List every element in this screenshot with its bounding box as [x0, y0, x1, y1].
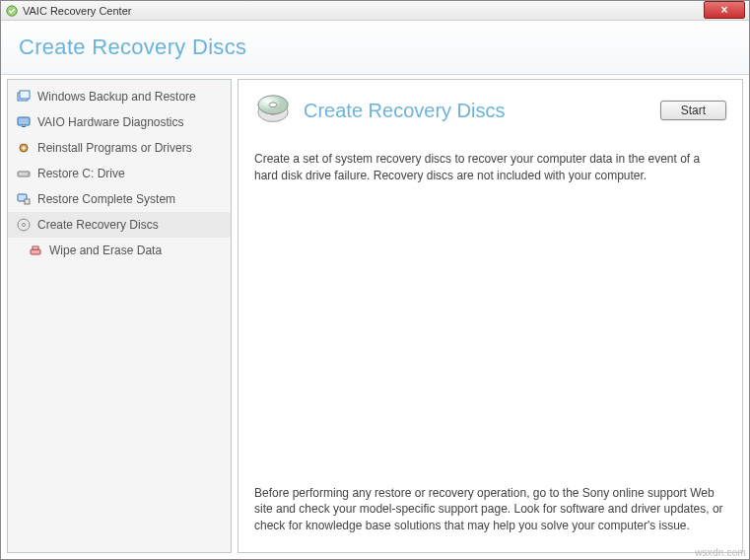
svg-rect-14 [33, 246, 38, 249]
page-title: Create Recovery Discs [19, 35, 246, 60]
monitor-icon [16, 114, 32, 130]
svg-rect-10 [25, 199, 30, 204]
watermark: wsxdn.com [695, 547, 746, 558]
svg-rect-13 [31, 249, 40, 254]
sidebar-item-label: Create Recovery Discs [37, 218, 159, 232]
app-icon [5, 4, 19, 18]
svg-rect-3 [18, 117, 30, 125]
sidebar-item-restore-c-drive[interactable]: Restore C: Drive [8, 161, 231, 186]
main-panel: Create Recovery Discs Start Create a set… [238, 79, 743, 553]
sidebar: Windows Backup and Restore VAIO Hardware… [7, 79, 232, 553]
sidebar-item-label: Restore C: Drive [37, 167, 125, 180]
sidebar-item-reinstall-programs[interactable]: Reinstall Programs or Drivers [8, 135, 231, 161]
close-icon: × [720, 3, 727, 17]
svg-point-12 [23, 224, 26, 227]
sidebar-item-label: Reinstall Programs or Drivers [37, 141, 192, 155]
page-header: Create Recovery Discs [1, 21, 749, 75]
window-stack-icon [16, 89, 32, 105]
sidebar-item-label: VAIO Hardware Diagnostics [37, 115, 184, 129]
sidebar-item-label: Restore Complete System [37, 192, 175, 206]
body: Windows Backup and Restore VAIO Hardware… [1, 75, 749, 559]
svg-point-8 [27, 174, 29, 175]
computer-icon [16, 191, 32, 207]
main-title: Create Recovery Discs [304, 100, 648, 122]
svg-rect-2 [20, 91, 30, 99]
app-window: VAIC Recovery Center × Create Recovery D… [0, 0, 750, 560]
erase-icon [28, 243, 43, 258]
main-footer-note: Before performing any restore or recover… [254, 485, 726, 540]
svg-point-18 [269, 103, 277, 107]
app-title: VAIC Recovery Center [23, 5, 131, 17]
gear-icon [16, 140, 32, 156]
sidebar-item-wipe-erase-data[interactable]: Wipe and Erase Data [8, 238, 231, 263]
disc-icon [16, 217, 32, 233]
recovery-disc-icon [254, 92, 292, 129]
sidebar-item-restore-complete-system[interactable]: Restore Complete System [8, 186, 231, 212]
start-button[interactable]: Start [660, 101, 726, 120]
sidebar-item-hardware-diagnostics[interactable]: VAIO Hardware Diagnostics [8, 109, 231, 135]
main-description: Create a set of system recovery discs to… [254, 151, 726, 184]
start-button-label: Start [681, 104, 706, 117]
svg-rect-4 [22, 126, 26, 127]
close-button[interactable]: × [704, 1, 745, 19]
sidebar-item-windows-backup[interactable]: Windows Backup and Restore [8, 84, 231, 109]
drive-icon [16, 166, 32, 181]
svg-point-6 [23, 147, 26, 150]
sidebar-item-label: Wipe and Erase Data [49, 244, 162, 257]
titlebar: VAIC Recovery Center × [1, 1, 749, 21]
sidebar-item-create-recovery-discs[interactable]: Create Recovery Discs [8, 212, 231, 238]
main-header: Create Recovery Discs Start [254, 92, 726, 129]
sidebar-item-label: Windows Backup and Restore [37, 90, 196, 104]
